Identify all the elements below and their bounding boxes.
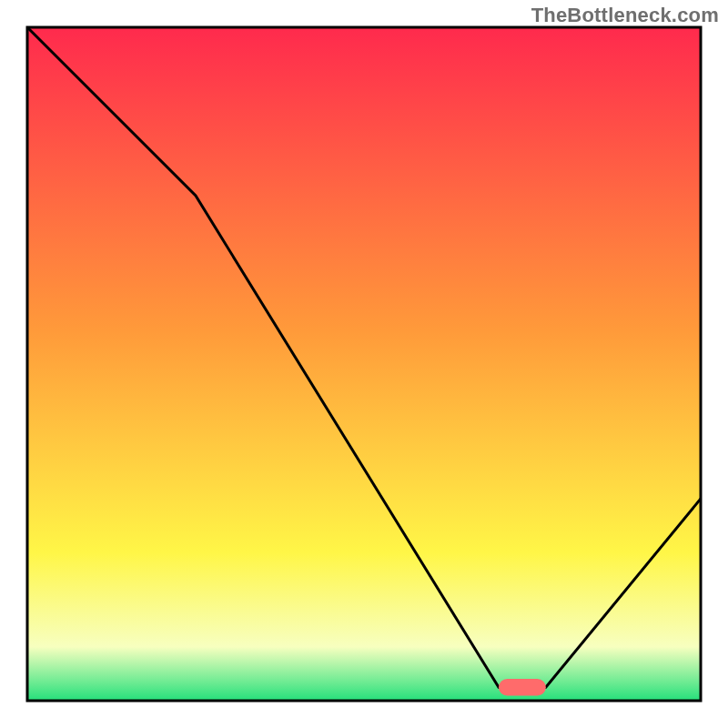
bottleneck-chart [0,0,728,728]
chart-container: TheBottleneck.com [0,0,728,728]
watermark-text: TheBottleneck.com [531,4,719,27]
optimal-marker [499,679,546,696]
